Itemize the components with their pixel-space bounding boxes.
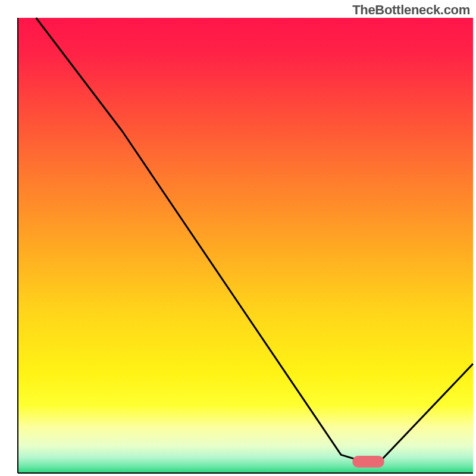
bottleneck-chart	[0, 0, 476, 476]
watermark-text: TheBottleneck.com	[352, 2, 470, 18]
gradient-background	[18, 18, 473, 473]
chart-container: { "watermark": "TheBottleneck.com", "cha…	[0, 0, 476, 476]
optimal-marker	[352, 456, 384, 468]
